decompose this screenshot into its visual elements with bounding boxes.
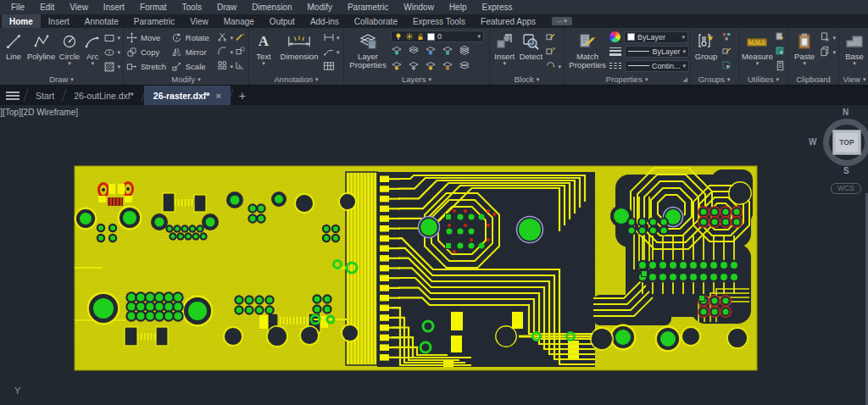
object-color-select[interactable]: ByLayer ▾ <box>624 31 688 43</box>
scale-button[interactable]: Scale <box>171 59 216 74</box>
menu-item-file[interactable]: File <box>3 3 32 12</box>
panel-label-utilities[interactable]: Utilities▾ <box>739 74 787 85</box>
viewcube-west-label[interactable]: W <box>809 137 816 147</box>
layer-properties-button[interactable]: Layer Properties <box>347 31 389 69</box>
menu-item-edit[interactable]: Edit <box>32 3 62 12</box>
calculator-button[interactable] <box>775 59 786 75</box>
menu-item-format[interactable]: Format <box>132 3 175 12</box>
file-tab-outline[interactable]: 26-outLine.dxf* <box>64 86 143 105</box>
line-button[interactable]: Line <box>3 31 25 61</box>
ribbon-display-toggle[interactable]: —▾ <box>552 17 572 25</box>
explode-button[interactable] <box>235 45 246 60</box>
menu-item-dimension[interactable]: Dimension <box>244 3 299 12</box>
group-selection-button[interactable] <box>721 59 732 75</box>
panel-label-clipboard[interactable]: Clipboard <box>788 74 838 85</box>
layer-unlock-all-icon[interactable] <box>442 60 453 72</box>
cut-button[interactable] <box>820 31 831 46</box>
hatch-button[interactable]: ▾ <box>103 59 120 74</box>
measure-button[interactable]: Measure ▾ <box>742 31 773 66</box>
quick-select-button[interactable] <box>775 31 786 46</box>
drawing-canvas[interactable]: -][Top][2D Wireframe] N W S TOP WCS Y <box>0 105 868 405</box>
layer-walk-icon[interactable] <box>459 60 470 72</box>
panel-label-draw[interactable]: Draw▾ <box>0 74 123 85</box>
menu-item-insert[interactable]: Insert <box>96 3 132 12</box>
layer-select[interactable]: 0 ▾ <box>391 31 484 42</box>
panel-label-annotation[interactable]: Annotation▾ <box>249 74 343 85</box>
ribbon-tab-home[interactable]: Home <box>2 14 41 28</box>
linear-dim-button[interactable] <box>323 31 335 46</box>
erase-button[interactable] <box>235 31 246 46</box>
ribbon-tab-featured-apps[interactable]: Featured Apps <box>473 14 543 28</box>
paste-button[interactable]: Paste ▾ <box>791 31 818 66</box>
layer-isolate-icon[interactable] <box>391 45 403 57</box>
panel-label-properties[interactable]: Properties▾ <box>565 74 689 85</box>
linetype-select[interactable]: Contin... ▾ <box>625 60 689 72</box>
lineweight-select[interactable]: ByLayer ▾ <box>625 46 689 58</box>
wcs-menu[interactable]: WCS <box>831 183 861 194</box>
viewcube-south-label[interactable]: S <box>843 166 849 175</box>
block-edit-button[interactable] <box>545 31 556 46</box>
select-all-button[interactable] <box>775 45 786 60</box>
block-sync-button[interactable] <box>545 59 556 75</box>
panel-label-modify[interactable]: Modify▾ <box>124 74 248 85</box>
polyline-button[interactable]: Polyline <box>26 31 56 61</box>
layer-off-icon[interactable] <box>408 60 420 72</box>
menu-item-parametric[interactable]: Parametric <box>340 3 396 12</box>
trim-button[interactable] <box>217 31 228 46</box>
rotate-button[interactable]: Rotate <box>171 31 216 45</box>
viewport-controls-label[interactable]: -][Top][2D Wireframe] <box>0 108 78 117</box>
text-button[interactable]: A Text ▾ <box>252 31 275 66</box>
group-button[interactable]: Group <box>693 31 720 61</box>
panel-label-block[interactable]: Block▾ <box>490 74 564 85</box>
ribbon-tab-manage[interactable]: Manage <box>216 14 262 28</box>
menu-item-draw[interactable]: Draw <box>209 3 244 12</box>
leader-button[interactable] <box>323 45 335 60</box>
detect-button[interactable]: Detect <box>518 31 543 61</box>
file-tab-raster[interactable]: 26-raster.dxf*× <box>144 86 231 105</box>
menu-item-help[interactable]: Help <box>442 3 475 12</box>
dimension-button[interactable]: Dimension <box>277 31 321 61</box>
layer-freeze-icon[interactable] <box>425 45 437 57</box>
array-button[interactable] <box>217 59 228 75</box>
panel-label-view[interactable]: View▾ <box>839 74 868 85</box>
group-edit-button[interactable] <box>721 45 732 60</box>
panel-label-layers[interactable]: Layers▾ <box>344 74 489 85</box>
stretch-button[interactable]: Stretch <box>126 59 170 74</box>
copy-button[interactable]: Copy <box>126 45 170 59</box>
file-tab-start[interactable]: Start <box>26 86 64 105</box>
circle-button[interactable]: Circle ▾ <box>58 31 81 66</box>
ungroup-button[interactable] <box>721 31 732 46</box>
base-button[interactable]: Base ▾ <box>842 31 867 66</box>
insert-button[interactable]: Insert ▾ <box>492 31 516 66</box>
layer-match-icon[interactable] <box>459 45 470 57</box>
layer-unisolate-icon[interactable] <box>408 45 420 57</box>
move-button[interactable]: Move <box>126 31 170 45</box>
offset-button[interactable] <box>235 59 246 75</box>
panel-label-groups[interactable]: Groups▾ <box>690 74 738 85</box>
menu-item-tools[interactable]: Tools <box>175 3 209 12</box>
table-button[interactable] <box>323 59 335 75</box>
menu-item-modify[interactable]: Modify <box>300 3 340 12</box>
layer-lock-icon[interactable] <box>442 45 453 57</box>
arc-button[interactable]: Arc ▾ <box>83 31 103 66</box>
close-icon[interactable]: × <box>215 91 220 101</box>
viewcube-north-label[interactable]: N <box>843 108 849 117</box>
mirror-button[interactable]: Mirror <box>171 45 216 59</box>
ribbon-tab-parametric[interactable]: Parametric <box>126 14 182 28</box>
ribbon-tab-addins[interactable]: Add-ins <box>303 14 347 28</box>
ribbon-tab-collaborate[interactable]: Collaborate <box>347 14 405 28</box>
menu-item-view[interactable]: View <box>62 3 96 12</box>
block-attributes-button[interactable] <box>545 45 556 60</box>
ribbon-tab-insert[interactable]: Insert <box>41 14 77 28</box>
fillet-button[interactable] <box>217 45 228 60</box>
menu-item-window[interactable]: Window <box>396 3 442 12</box>
match-properties-button[interactable]: Match Properties <box>567 31 608 69</box>
ribbon-tab-annotate[interactable]: Annotate <box>77 14 126 28</box>
layer-thaw-all-icon[interactable] <box>425 60 437 72</box>
new-tab-button[interactable]: + <box>231 86 253 105</box>
ribbon-tab-view[interactable]: View <box>182 14 216 28</box>
ellipse-button[interactable]: ▾ <box>103 45 120 59</box>
ribbon-tab-output[interactable]: Output <box>262 14 303 28</box>
panel-dialog-launcher-icon[interactable]: ◢ <box>683 76 687 83</box>
rectangle-button[interactable]: ▾ <box>103 31 120 45</box>
